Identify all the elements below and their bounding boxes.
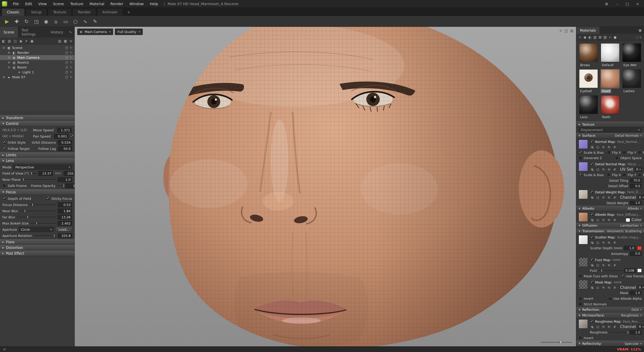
status-menu-icon[interactable]: ≡ <box>3 347 6 351</box>
scale-tool-icon[interactable]: ◳ <box>32 18 40 25</box>
albedo-color-swatch[interactable] <box>626 218 630 222</box>
delete-material-icon[interactable]: ⊠ <box>599 35 601 39</box>
max-bokeh-slider[interactable] <box>30 221 56 225</box>
map-zoom-icon[interactable]: ○ <box>596 168 600 171</box>
near-plane-field[interactable]: 1.0 <box>58 177 72 182</box>
expander-icon[interactable]: ⊞ <box>7 56 11 59</box>
map-settings-icon[interactable]: ⚙ <box>590 195 594 199</box>
map-reload-icon[interactable]: ↻ <box>607 218 611 222</box>
albedo-map-checkbox[interactable] <box>590 213 594 217</box>
rotate-tool-icon[interactable]: ↻ <box>23 18 30 25</box>
scene-tree-item[interactable]: ⊞ ▰ Male 07 ↻ <box>0 75 74 80</box>
map-clear-icon[interactable]: ✗ <box>613 145 617 149</box>
anisotropy-field[interactable]: 0.0 <box>630 252 642 256</box>
expander-icon[interactable]: ⊟ <box>7 66 11 69</box>
displacement-dropdown[interactable]: Displacement <box>579 127 642 133</box>
detail-normal-map-thumbnail[interactable] <box>579 162 588 171</box>
close-icon[interactable]: × <box>633 1 642 7</box>
sync-icon[interactable]: ↻ <box>70 61 72 64</box>
max-bokeh-field[interactable]: 2.402 <box>58 221 72 226</box>
map-clear-icon[interactable]: ✗ <box>613 286 617 289</box>
map-zoom-icon[interactable]: ○ <box>596 325 600 329</box>
group-icon[interactable]: ▦ <box>64 39 67 43</box>
map-reload-icon[interactable]: ↻ <box>607 145 611 149</box>
far-blur-slider[interactable] <box>17 215 56 219</box>
mask-map-thumbnail[interactable] <box>579 280 588 289</box>
sync-icon[interactable]: ↻ <box>70 66 72 69</box>
transmission-section-header[interactable]: Transmission: Volumetric Scattering <box>576 228 644 234</box>
use-translucency-checkbox[interactable] <box>621 274 624 278</box>
mask-map-checkbox[interactable] <box>590 280 594 284</box>
focal-length-field[interactable]: 102.4 <box>64 171 75 176</box>
roughness-invert-checkbox[interactable] <box>579 336 582 340</box>
material-item[interactable]: Eyeball <box>579 69 598 93</box>
frame-opacity-slider[interactable] <box>57 184 63 187</box>
menu-item[interactable]: Render <box>107 1 126 7</box>
ellipse-select-icon[interactable]: ○ <box>72 18 79 25</box>
map-reload-icon[interactable]: ↻ <box>607 263 611 267</box>
detail-normal-map-checkbox[interactable] <box>590 162 594 166</box>
albedo-mode-dropdown[interactable]: Albedo <box>628 207 642 210</box>
albedo-map-thumbnail[interactable] <box>579 212 588 222</box>
map-clear-icon[interactable]: ✗ <box>613 241 617 245</box>
flare-section-header[interactable]: Flare <box>0 239 74 245</box>
menu-item[interactable]: Texture <box>67 1 86 7</box>
viewport-render[interactable] <box>75 27 576 346</box>
lock-icon[interactable] <box>65 52 68 54</box>
edit-layout-icon[interactable]: ✎ <box>67 27 74 38</box>
marquee-select-icon[interactable]: ▭ <box>62 18 70 25</box>
lock-icon[interactable] <box>65 62 68 64</box>
aperture-dropdown[interactable]: Circle <box>19 227 54 232</box>
detach-panel-icon[interactable]: ▣ <box>636 27 644 34</box>
menu-item[interactable]: Edit <box>22 1 35 7</box>
reflectivity-mode-dropdown[interactable]: Specular <box>625 342 642 346</box>
detail-scale-bias-checkbox[interactable] <box>579 173 582 177</box>
workspace-tab[interactable]: Texture <box>48 8 72 16</box>
safe-frame-checkbox[interactable] <box>2 184 6 187</box>
near-plane-slider[interactable] <box>22 178 56 181</box>
map-settings-icon[interactable]: ⚙ <box>590 325 594 329</box>
pivot-tool-icon[interactable]: ◉ <box>42 18 50 25</box>
dark-sphere-icon[interactable]: ● <box>614 35 616 39</box>
add-workspace-tab-button[interactable]: + <box>124 8 134 16</box>
lights-icon[interactable]: ☀ <box>25 39 28 43</box>
pin-icon[interactable]: ▤ <box>8 39 11 43</box>
orbit-distance-field[interactable]: 0.534 <box>58 140 72 145</box>
sort-icon[interactable]: ▤ <box>604 35 607 39</box>
fuzz-slider[interactable] <box>599 269 622 272</box>
map-zoom-icon[interactable]: ○ <box>596 286 600 289</box>
fuzz-map-checkbox[interactable] <box>590 258 594 262</box>
detail-flip-z-checkbox[interactable] <box>638 173 641 177</box>
lens-mode-dropdown[interactable]: Perspective <box>13 165 72 170</box>
object-space-checkbox[interactable] <box>615 156 619 160</box>
list-view-icon[interactable]: ≡ <box>70 39 72 43</box>
roughness-map-checkbox[interactable] <box>590 320 594 323</box>
move-speed-field[interactable]: 1.371 <box>57 128 72 133</box>
sync-icon[interactable]: ↻ <box>70 51 72 54</box>
quality-select-dropdown[interactable]: Full Quality <box>115 29 142 35</box>
map-paint-icon[interactable]: ✎ <box>601 218 606 222</box>
texture-section-header[interactable]: Texture <box>576 122 644 127</box>
add-material-icon[interactable]: + <box>579 35 581 39</box>
material-item[interactable]: Default <box>601 43 620 67</box>
focus-distance-field[interactable]: 0.53 <box>58 202 72 207</box>
flip-x-checkbox[interactable] <box>607 151 611 154</box>
menu-item[interactable]: File <box>10 1 22 7</box>
frame-opacity-field[interactable]: 1.0 <box>65 183 75 188</box>
objects-icon[interactable]: ◫ <box>14 39 17 43</box>
material-library-icon[interactable]: ◐ <box>588 35 591 39</box>
cameras-icon[interactable]: ◉ <box>19 39 22 43</box>
strict-normals-checkbox[interactable] <box>579 302 582 306</box>
follow-target-checkbox[interactable] <box>2 147 6 150</box>
material-item[interactable]: Lens <box>579 95 598 119</box>
materials-tab[interactable]: Materials <box>576 27 599 34</box>
map-paint-icon[interactable]: ✎ <box>601 263 606 267</box>
split-view-icon[interactable]: ◫ <box>564 29 568 33</box>
map-clear-icon[interactable]: ✗ <box>613 195 617 199</box>
layout-icon[interactable]: ⊞ <box>602 1 611 7</box>
camera-select-dropdown[interactable]: ◉ Main Camera <box>77 29 113 35</box>
lock-icon[interactable] <box>65 57 68 59</box>
transform-section-header[interactable]: Transform <box>0 115 74 121</box>
detail-flip-y-checkbox[interactable] <box>622 173 626 177</box>
sphere-preview-icon[interactable]: ◉ <box>583 35 586 39</box>
